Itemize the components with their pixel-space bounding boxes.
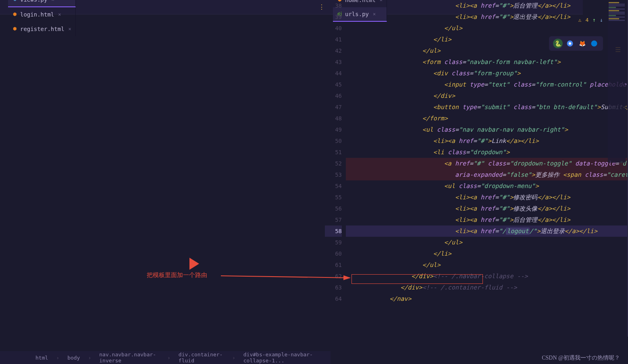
line-number[interactable]: 40 (325, 23, 342, 34)
line-number[interactable]: 38 (325, 0, 342, 11)
code-line[interactable]: aria-expanded="false">更多操作 <span class="… (346, 169, 628, 180)
code-line[interactable]: <li class="dropdown"> (346, 147, 628, 158)
breadcrumb-bar[interactable]: html›body›nav.navbar.navbar-inverse›div.… (0, 351, 331, 364)
code-line[interactable]: <button type="submit" class="btn btn-def… (346, 101, 628, 113)
tab-label: views.py (20, 0, 47, 3)
tab-views-py[interactable]: ●views.py× (8, 0, 76, 7)
minimap[interactable] (608, 2, 626, 163)
python-icon: ● (12, 0, 18, 2)
line-number[interactable]: 52 (325, 158, 342, 169)
code-line[interactable]: <ul class="dropdown-menu"> (346, 180, 628, 192)
line-number[interactable]: 59 (325, 237, 342, 248)
editor-pane-left: ⚠4 ↑ ↓ ☰ 🐍 🦊 383940414243444546474849505… (325, 0, 628, 337)
line-number[interactable]: 64 (325, 293, 342, 304)
code-line[interactable]: <div class="form-group"> (346, 68, 628, 79)
line-number[interactable]: 41 (325, 34, 342, 45)
line-number[interactable]: 43 (325, 56, 342, 68)
code-line[interactable]: </div> (346, 90, 628, 101)
highlight-box (351, 274, 483, 284)
svg-point-1 (569, 42, 571, 45)
more-icon[interactable]: ⋮ (318, 3, 325, 11)
line-number[interactable]: 51 (325, 147, 342, 158)
code-line[interactable]: <li><a href="#">Link</a></li> (346, 135, 628, 147)
code-line[interactable]: </ul> (346, 259, 628, 271)
line-number[interactable]: 61 (325, 259, 342, 271)
code-line[interactable]: <li><a href="#">修改头像</a></li> (346, 203, 628, 214)
line-number[interactable]: 54 (325, 180, 342, 192)
code-line[interactable]: <ul class="nav navbar-nav navbar-right"> (346, 124, 628, 135)
html-icon: ⬢ (12, 12, 18, 17)
breadcrumb-item[interactable]: div#bs-example-navbar-collapse-1... (240, 351, 331, 364)
firefox-icon[interactable]: 🦊 (577, 39, 587, 48)
line-number[interactable]: 42 (325, 45, 342, 56)
breadcrumb-item[interactable]: html (32, 354, 51, 362)
chrome-icon[interactable] (565, 39, 575, 48)
breadcrumb-item[interactable]: nav.navbar.navbar-inverse (96, 351, 162, 364)
watermark: CSDN @初遇我⼀寸の热情呢？ (542, 354, 620, 362)
line-number[interactable]: 57 (325, 214, 342, 225)
code-line[interactable]: </li> (346, 248, 628, 259)
line-number[interactable]: 60 (325, 248, 342, 259)
line-number[interactable]: 47 (325, 101, 342, 113)
code-line[interactable]: <li><a href="#">后台管理</a></li> (346, 0, 628, 11)
tab-label: login.html (20, 11, 54, 18)
html-icon: ⬢ (12, 26, 18, 32)
line-number[interactable]: 58 (325, 225, 342, 237)
line-number[interactable]: 49 (325, 124, 342, 135)
code-line[interactable]: </form> (346, 113, 628, 124)
line-number[interactable]: 45 (325, 79, 342, 90)
tab-bar-left: ⬢home.html×●views.py×⬢login.html×⬢regist… (0, 0, 325, 14)
line-number[interactable]: 39 (325, 11, 342, 23)
line-number[interactable]: 63 (325, 282, 342, 293)
floating-toolbar: 🐍 🦊 (549, 36, 603, 51)
code-line[interactable]: <input type="text" class="form-control" … (346, 79, 628, 90)
line-number[interactable]: 50 (325, 135, 342, 147)
line-number[interactable]: 55 (325, 192, 342, 203)
edge-icon[interactable] (589, 39, 599, 48)
line-number[interactable]: 46 (325, 90, 342, 101)
tab-login-html[interactable]: ⬢login.html× (8, 7, 76, 22)
code-line[interactable]: </nav> (346, 293, 628, 304)
code-line[interactable]: </ul> (346, 23, 628, 34)
code-line[interactable]: <li><a href="#">后台管理</a></li> (346, 214, 628, 225)
breadcrumb-item[interactable]: div.container-fluid (175, 351, 227, 364)
close-icon[interactable]: × (51, 0, 54, 2)
code-line[interactable]: <li><a href="#">退出登录</a></li> (346, 11, 628, 23)
annotation-text: 把模板里面加一个路由 (147, 271, 207, 279)
tab-label: register.html (20, 26, 64, 32)
close-icon[interactable]: × (69, 26, 71, 32)
breadcrumb-item[interactable]: body (64, 354, 83, 362)
code-line[interactable]: <form class="navbar-form navbar-left"> (346, 56, 628, 68)
code-line[interactable]: <a href="#" class="dropdown-toggle" data… (346, 158, 628, 169)
tab-register-html[interactable]: ⬢register.html× (8, 22, 76, 36)
code-line[interactable]: </ul> (346, 237, 628, 248)
code-line[interactable]: <li><a href="/logout/">退出登录</a></li> (346, 225, 628, 237)
pycharm-icon[interactable]: 🐍 (553, 39, 563, 48)
svg-point-2 (591, 41, 597, 47)
code-line[interactable]: <li><a href="#">修改密码</a></li> (346, 192, 628, 203)
line-number[interactable]: 44 (325, 68, 342, 79)
svg-marker-4 (189, 258, 199, 270)
line-number[interactable]: 56 (325, 203, 342, 214)
line-number[interactable]: 53 (325, 169, 342, 180)
close-icon[interactable]: × (58, 12, 61, 17)
line-number[interactable]: 48 (325, 113, 342, 124)
line-number[interactable]: 62 (325, 271, 342, 282)
